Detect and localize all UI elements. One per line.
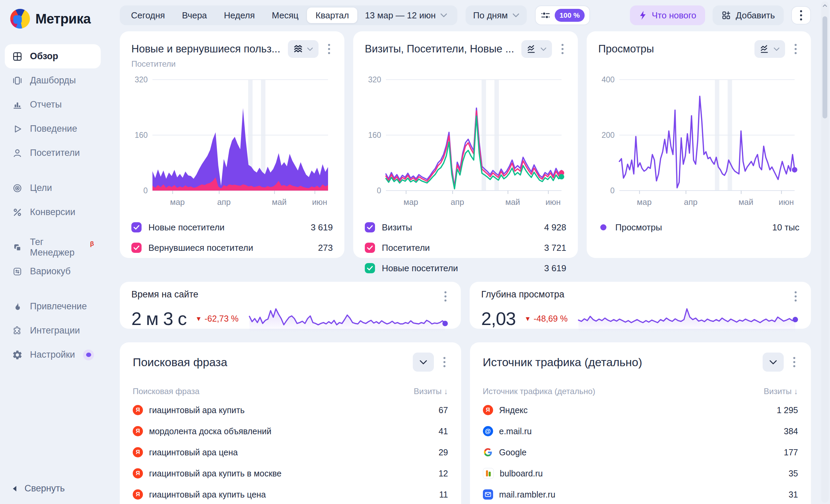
sidebar-item-dashboards[interactable]: Дашборды <box>5 68 101 93</box>
chart-type-selector[interactable] <box>754 40 785 58</box>
toolbar-right-group: Что нового Добавить <box>630 5 811 25</box>
sampling-badge: 100 % <box>555 9 585 22</box>
sidebar-item-visitors[interactable]: Посетители <box>5 141 101 165</box>
date-range-selector[interactable]: 13 мар — 12 июн <box>357 10 455 21</box>
svg-text:320: 320 <box>368 75 381 84</box>
scroll-up-icon[interactable] <box>821 4 829 7</box>
metric-column-header[interactable]: Визиты ↓ <box>414 387 448 396</box>
sidebar-item-integrations[interactable]: Интеграции <box>5 319 101 343</box>
sidebar-item-conversions[interactable]: Конверсии <box>5 200 101 224</box>
series-checkbox[interactable] <box>365 243 375 253</box>
expand-table-button[interactable] <box>763 353 784 372</box>
sidebar-item-tag-manager[interactable]: Тег Менеджерβ <box>5 235 101 259</box>
beta-badge: β <box>90 240 94 247</box>
table-row[interactable]: Ягиацинтовый ара купить в москве12 <box>133 463 448 484</box>
card-kebab-menu[interactable] <box>325 42 333 56</box>
card-subtitle <box>598 59 799 70</box>
collapse-sidebar-button[interactable]: Свернуть <box>12 483 65 494</box>
expand-table-button[interactable] <box>413 353 434 372</box>
series-checkbox[interactable] <box>365 222 375 232</box>
period-tab-week[interactable]: Неделя <box>215 7 263 23</box>
legend-item[interactable]: Вернувшиеся посетители273 <box>131 238 333 258</box>
sampling-settings-button[interactable]: 100 % <box>535 5 590 25</box>
card-kebab-menu[interactable] <box>792 289 799 304</box>
svg-text:мар: мар <box>637 197 652 207</box>
yandex-favicon: Я <box>133 405 143 415</box>
dimension-column-header[interactable]: Поисковая фраза <box>133 387 199 396</box>
time-on-site-sparkline[interactable] <box>247 304 449 333</box>
sidebar-item-label: Конверсии <box>30 207 75 217</box>
period-tab-today[interactable]: Сегодня <box>123 7 174 23</box>
legend-item[interactable]: Просмотры10 тыс <box>598 217 799 238</box>
card-kebab-menu[interactable] <box>792 42 799 56</box>
card-kebab-menu[interactable] <box>791 355 798 369</box>
card-kebab-menu[interactable] <box>559 42 566 56</box>
pageviews-chart[interactable]: 0200400марапрмайиюн <box>598 75 799 210</box>
nav-group-gap <box>5 283 101 294</box>
chart-type-selector[interactable] <box>288 40 319 58</box>
line-chart-icon <box>527 44 536 54</box>
metrika-logo[interactable]: Метрика <box>0 0 105 29</box>
legend-item[interactable]: Новые посетители3 619 <box>365 258 566 278</box>
chevron-down-icon <box>769 360 777 364</box>
table-row[interactable]: @e.mail.ru384 <box>483 421 798 442</box>
granularity-selector[interactable]: По дням <box>466 5 527 25</box>
add-widget-button[interactable]: Добавить <box>713 5 784 25</box>
legend-value: 10 тыс <box>772 222 799 233</box>
period-tab-month[interactable]: Месяц <box>263 7 307 23</box>
table-row[interactable]: Ямордолента доска объявлений41 <box>133 421 448 442</box>
metric-column-header[interactable]: Визиты ↓ <box>764 387 798 396</box>
sidebar-item-variocube[interactable]: Вариокуб <box>5 259 101 283</box>
scrollbar-thumb[interactable] <box>823 16 827 118</box>
svg-text:май: май <box>738 197 753 207</box>
period-segmented-control: СегодняВчераНеделяМесяцКвартал 13 мар — … <box>120 5 457 25</box>
series-checkbox[interactable] <box>365 263 375 273</box>
page-scrollbar[interactable] <box>821 1 829 503</box>
period-tab-yesterday[interactable]: Вчера <box>174 7 215 23</box>
sidebar-item-behavior[interactable]: Поведение <box>5 117 101 141</box>
sidebar-item-goals[interactable]: Цели <box>5 176 101 200</box>
row-label: Google <box>499 448 527 457</box>
card-subtitle <box>365 59 566 70</box>
area-chart-icon <box>293 44 303 54</box>
sidebar-item-overview[interactable]: Обзор <box>5 44 101 68</box>
table-row[interactable]: ЯЯндекс1 295 <box>483 400 798 421</box>
table-row[interactable]: Ягиацинтовый ара цена29 <box>133 442 448 463</box>
table-row[interactable]: mail.rambler.ru31 <box>483 484 798 504</box>
toolbar-kebab-menu-button[interactable] <box>791 6 811 25</box>
dimension-column-header[interactable]: Источник трафика (детально) <box>483 387 596 396</box>
chart-type-selector[interactable] <box>521 40 552 58</box>
reports-icon <box>12 99 23 111</box>
table-row[interactable]: Google177 <box>483 442 798 463</box>
chevron-down-icon <box>512 13 519 17</box>
view-depth-sparkline[interactable] <box>576 304 799 333</box>
card-title: Визиты, Посетители, Новые ... <box>365 43 514 55</box>
sidebar-item-attraction[interactable]: Привлечение <box>5 294 101 319</box>
legend-item[interactable]: Посетители3 721 <box>365 238 566 258</box>
variocube-icon <box>12 266 23 277</box>
svg-text:0: 0 <box>143 186 148 195</box>
period-tab-quarter[interactable]: Квартал <box>307 7 357 23</box>
legend-item[interactable]: Новые посетители3 619 <box>131 217 333 238</box>
sidebar-item-settings[interactable]: Настройки <box>5 343 101 367</box>
card-kebab-menu[interactable] <box>442 289 449 304</box>
whats-new-button[interactable]: Что нового <box>630 5 705 25</box>
sidebar-item-label: Интеграции <box>30 325 80 336</box>
svg-text:май: май <box>272 197 287 207</box>
metrika-logo-icon <box>10 9 30 29</box>
table-row[interactable]: Ягиацинтовый ара купить цена11 <box>133 484 448 504</box>
new-returning-users-chart[interactable]: 0160320марапрмайиюн <box>131 75 333 210</box>
series-checkbox[interactable] <box>131 243 142 253</box>
series-checkbox[interactable] <box>131 222 142 232</box>
card-kebab-menu[interactable] <box>441 355 448 369</box>
table-row[interactable]: bulboard.ru35 <box>483 463 798 484</box>
dashboard-content: Новые и вернувшиеся польз... Посетители … <box>120 31 811 504</box>
triangle-down-icon: ▼ <box>524 315 531 322</box>
svg-text:июн: июн <box>779 197 794 207</box>
table-row[interactable]: Ягиацинтовый ара купить67 <box>133 400 448 421</box>
visits-visitors-chart[interactable]: 0160320марапрмайиюн <box>365 75 566 210</box>
mailru-favicon: @ <box>483 426 493 436</box>
sidebar-item-reports[interactable]: Отчеты <box>5 93 101 117</box>
settings-notification-dot <box>83 349 94 360</box>
legend-item[interactable]: Визиты4 928 <box>365 217 566 238</box>
